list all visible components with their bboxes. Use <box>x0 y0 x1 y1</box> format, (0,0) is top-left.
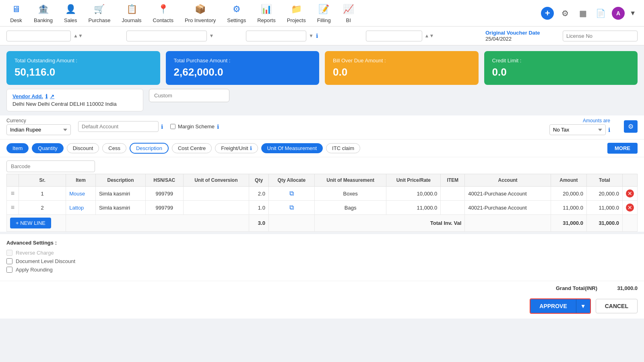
state-dropdown-icon[interactable]: ▼ <box>309 33 314 39</box>
voucher-dropdown-icon[interactable]: ▲▼ <box>425 33 434 39</box>
chip-uom[interactable]: Unit Of Measurement <box>261 143 323 153</box>
apply-rounding-checkbox[interactable] <box>6 267 12 273</box>
chip-cost-centre[interactable]: Cost Centre <box>172 143 212 153</box>
qty-allocate-icon[interactable]: ⧉ <box>289 190 294 197</box>
footer-qty-alloc <box>268 215 314 232</box>
cancel-button[interactable]: CANCEL <box>596 299 638 313</box>
qty-cell[interactable]: 2.0 <box>249 187 269 201</box>
drag-handle-icon[interactable]: ≡ <box>11 204 14 211</box>
more-button[interactable]: MORE <box>607 143 638 154</box>
nav-item-sales[interactable]: 👤 Sales <box>58 0 83 26</box>
barcode-input[interactable] <box>6 160 95 172</box>
reverse-charge-checkbox[interactable] <box>6 250 12 256</box>
item-cell[interactable]: Lattop <box>66 201 96 215</box>
voucher-no-field: N/A/0123 ▲▼ <box>366 31 481 41</box>
outstanding-card: Total Outstanding Amount : 50,116.0 <box>6 51 160 85</box>
nav-label-journals: Journals <box>122 17 141 23</box>
chip-description[interactable]: Description <box>130 143 169 154</box>
credit-card: Credit Limit : 0.0 <box>484 51 638 85</box>
advanced-settings-section: Advanced Settings : Reverse Charge Docum… <box>0 234 644 281</box>
unit-price-cell[interactable]: 10,000.0 <box>386 187 441 201</box>
col-unit-price: Unit Price/Rate <box>386 174 441 187</box>
amount-cell[interactable]: 20,000.0 <box>551 187 586 201</box>
license-no-input[interactable] <box>563 31 638 41</box>
approve-dropdown-button[interactable]: ▼ <box>576 299 590 313</box>
nav-item-projects[interactable]: 📁 Projects <box>281 0 312 26</box>
nav-item-purchase[interactable]: 🛒 Purchase <box>83 0 116 26</box>
amount-cell[interactable]: 11,000.0 <box>551 201 586 215</box>
unit-conversion-cell <box>183 187 249 201</box>
nav-item-desk[interactable]: 🖥 Desk <box>4 0 28 26</box>
margin-scheme-label: Margin Scheme <box>178 123 215 130</box>
gstin-dropdown-icon[interactable]: ▼ <box>209 33 214 39</box>
chip-quantity[interactable]: Quantity <box>32 143 63 153</box>
chip-itc-claim[interactable]: ITC claim <box>326 143 360 153</box>
gstin-input[interactable]: 06AADCM5146R1ZZ <box>126 31 207 41</box>
vendor-external-icon[interactable]: ↗ <box>50 93 54 99</box>
grand-total-row: Grand Total(INR) 31,000.0 <box>0 281 644 294</box>
doc-icon[interactable]: 📄 <box>594 7 607 20</box>
chip-cess[interactable]: Cess <box>102 143 126 153</box>
nav-item-settings[interactable]: ⚙ Settings <box>221 0 252 26</box>
voucher-no-input[interactable]: N/A/0123 <box>366 31 422 41</box>
col-unit-conversion: Unit of Conversion <box>183 174 249 187</box>
description-cell: Simla kasmiri <box>95 187 145 201</box>
avatar[interactable]: A <box>612 7 625 20</box>
col-hsn: HSN/SAC <box>146 174 183 187</box>
unit-conversion-cell <box>183 201 249 215</box>
vendor-name-input[interactable]: ASHISH <box>6 31 71 41</box>
delete-row-button[interactable]: ✕ <box>626 189 634 197</box>
vendor-dropdown-icon[interactable]: ▲▼ <box>73 33 83 39</box>
vendor-address-box: Vendor Add. ℹ ↗ Delhi New Delhi Central … <box>6 89 143 111</box>
vendor-info-icon: ℹ <box>45 93 47 99</box>
line-items-table: Sr. Item Description HSN/SAC Unit of Con… <box>6 174 638 232</box>
item-cell[interactable]: Mouse <box>66 187 96 201</box>
account-cell[interactable]: 40021-Purchase Account <box>465 201 551 215</box>
currency-row: Currency Indian Rupee ℹ Margin Scheme ℹ … <box>0 115 644 139</box>
qty-allocate-cell[interactable]: ⧉ <box>268 187 314 201</box>
currency-select[interactable]: Indian Rupee <box>6 124 71 135</box>
amounts-are-select[interactable]: No Tax <box>549 124 606 135</box>
margin-scheme-checkbox[interactable] <box>170 124 175 129</box>
qty-cell[interactable]: 1.0 <box>249 201 269 215</box>
uom-cell: Bags <box>314 201 386 215</box>
table-wrap: Sr. Item Description HSN/SAC Unit of Con… <box>0 174 644 232</box>
document-level-discount-checkbox[interactable] <box>6 258 12 264</box>
gstin-field: 06AADCM5146R1ZZ ▼ <box>126 31 242 41</box>
state-input[interactable]: HARYANA <box>246 31 306 41</box>
add-button[interactable]: + <box>541 7 554 20</box>
purchase-icon: 🛒 <box>93 3 106 16</box>
vendor-add-link[interactable]: Vendor Add. ℹ ↗ <box>12 93 137 99</box>
account-cell[interactable]: 40021-Purchase Account <box>465 187 551 201</box>
nav-item-reports[interactable]: 📊 Reports <box>252 0 281 26</box>
chip-item[interactable]: Item <box>6 143 29 153</box>
qty-allocate-icon[interactable]: ⧉ <box>289 204 294 211</box>
nav-item-journals[interactable]: 📋 Journals <box>116 0 147 26</box>
nav-item-contacts[interactable]: 📍 Contacts <box>147 0 179 26</box>
advanced-settings-title: Advanced Settings : <box>6 240 638 246</box>
amounts-are-label: Amounts are <box>583 118 610 123</box>
hsn-cell: 999799 <box>146 187 183 201</box>
table-row: ≡ 2 Lattop Simla kasmiri 999799 1.0 ⧉ Ba… <box>7 201 638 215</box>
amounts-are-wrap: Amounts are No Tax ℹ <box>549 118 610 135</box>
nav-expand-icon[interactable]: ▼ <box>630 10 636 17</box>
new-line-button[interactable]: + NEW LINE <box>10 218 51 228</box>
unit-price-cell[interactable]: 11,000.0 <box>386 201 441 215</box>
qty-allocate-cell[interactable]: ⧉ <box>268 201 314 215</box>
default-account-input[interactable] <box>78 121 159 132</box>
sr-cell: 2 <box>19 201 66 215</box>
nav-item-filling[interactable]: 📝 Filling <box>312 0 336 26</box>
grid-icon[interactable]: ▦ <box>576 7 589 20</box>
gear-icon[interactable]: ⚙ <box>559 7 572 20</box>
nav-item-pro-inventory[interactable]: 📦 Pro Inventory <box>179 0 221 26</box>
approve-button[interactable]: APPROVE <box>530 299 576 313</box>
chip-freight-unit[interactable]: Freight/Unit ℹ <box>215 143 258 153</box>
nav-item-banking[interactable]: 🏦 Banking <box>28 0 58 26</box>
custom-input[interactable] <box>149 89 229 102</box>
table-settings-button[interactable]: ⚙ <box>624 120 638 133</box>
delete-row-button[interactable]: ✕ <box>626 204 634 212</box>
drag-handle-icon[interactable]: ≡ <box>11 190 14 197</box>
nav-item-bi[interactable]: 📈 BI <box>336 0 361 26</box>
chip-discount[interactable]: Discount <box>67 143 99 153</box>
margin-scheme-info-icon: ℹ <box>217 123 219 130</box>
